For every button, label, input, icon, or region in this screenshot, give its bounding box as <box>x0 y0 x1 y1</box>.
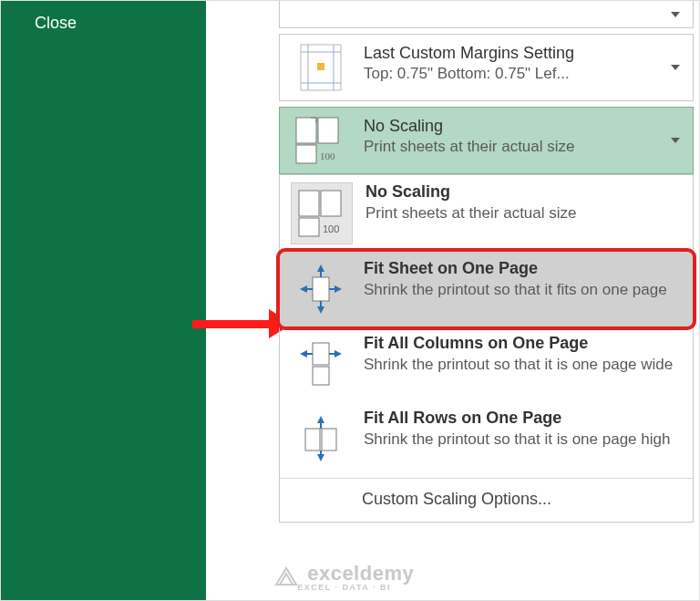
svg-rect-22 <box>313 343 329 365</box>
fit-sheet-icon <box>291 259 351 319</box>
option-title: Fit All Rows on One Page <box>364 409 682 428</box>
scaling-option-fit-columns[interactable]: Fit All Columns on One Page Shrink the p… <box>280 326 693 401</box>
orientation-row-partial[interactable] <box>279 1 694 28</box>
svg-text:100: 100 <box>323 223 339 234</box>
margins-icon <box>291 44 351 91</box>
chevron-down-icon <box>671 138 680 143</box>
margins-title: Last Custom Margins Setting <box>364 44 662 63</box>
svg-rect-28 <box>305 429 320 451</box>
no-scaling-icon: 100 <box>291 182 353 244</box>
option-title: Fit All Columns on One Page <box>364 334 682 353</box>
custom-scaling-options[interactable]: Custom Scaling Options... <box>280 481 693 522</box>
svg-rect-13 <box>313 277 329 301</box>
chevron-down-icon <box>671 65 680 70</box>
svg-marker-30 <box>317 416 324 423</box>
no-scaling-icon: 100 <box>291 117 351 164</box>
svg-rect-6 <box>296 118 316 143</box>
svg-marker-16 <box>317 306 324 314</box>
orientation-icon <box>291 1 351 23</box>
scaling-option-fit-rows[interactable]: Fit All Rows on One Page Shrink the prin… <box>280 401 693 476</box>
scaling-title: No Scaling <box>364 117 662 136</box>
option-subtitle: Shrink the printout so that it fits on o… <box>364 280 682 299</box>
svg-marker-34 <box>276 568 296 585</box>
option-title: Fit Sheet on One Page <box>364 259 682 278</box>
svg-rect-8 <box>296 145 316 163</box>
svg-rect-7 <box>318 118 338 143</box>
svg-marker-20 <box>335 285 342 293</box>
watermark-brand: exceldemy <box>307 562 414 585</box>
margins-subtitle: Top: 0.75" Bottom: 0.75" Lef... <box>364 65 662 83</box>
scaling-option-fit-sheet[interactable]: Fit Sheet on One Page Shrink the printou… <box>280 252 693 326</box>
scaling-dropdown: 100 No Scaling Print sheets at their act… <box>279 174 694 523</box>
watermark-logo-icon <box>274 566 298 586</box>
option-subtitle: Shrink the printout so that it is one pa… <box>364 430 682 449</box>
separator <box>280 478 693 479</box>
backstage-sidebar: Close <box>1 1 206 600</box>
scaling-row[interactable]: 100 No Scaling Print sheets at their act… <box>279 107 694 174</box>
svg-marker-32 <box>317 454 324 461</box>
svg-marker-24 <box>300 350 307 357</box>
svg-rect-10 <box>321 191 341 216</box>
option-subtitle: Print sheets at their actual size <box>365 203 682 223</box>
icon-label-100: 100 <box>320 150 335 161</box>
svg-rect-29 <box>322 429 336 451</box>
svg-marker-26 <box>335 350 342 357</box>
svg-marker-14 <box>317 264 324 272</box>
scaling-option-no-scaling[interactable]: 100 No Scaling Print sheets at their act… <box>280 175 693 252</box>
option-subtitle: Shrink the printout so that it is one pa… <box>364 355 682 374</box>
option-title: No Scaling <box>365 182 682 202</box>
watermark: exceldemy EXCEL · DATA · BI <box>274 562 414 592</box>
svg-marker-18 <box>300 285 307 293</box>
margins-row[interactable]: Last Custom Margins Setting Top: 0.75" B… <box>279 34 694 101</box>
fit-rows-icon <box>291 409 351 469</box>
svg-rect-11 <box>299 218 319 236</box>
chevron-down-icon <box>671 12 680 17</box>
svg-rect-9 <box>299 191 319 216</box>
svg-rect-23 <box>313 367 329 385</box>
scaling-subtitle: Print sheets at their actual size <box>364 138 662 156</box>
close-button[interactable]: Close <box>35 14 77 33</box>
svg-marker-5 <box>317 63 324 70</box>
fit-columns-icon <box>291 334 351 394</box>
print-settings-panel: Last Custom Margins Setting Top: 0.75" B… <box>279 1 694 523</box>
